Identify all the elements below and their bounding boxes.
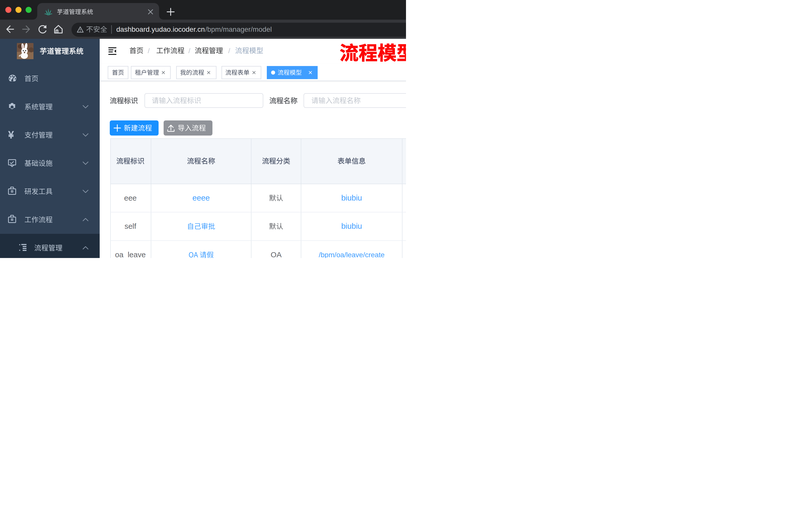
svg-text:/bpm/oa/leave/create: /bpm/oa/leave/create xyxy=(319,251,385,258)
svg-text:dashboard.yudao.iocoder.cn: dashboard.yudao.iocoder.cn xyxy=(116,25,205,33)
svg-text:/: / xyxy=(148,47,150,55)
svg-text:eee: eee xyxy=(124,194,137,202)
svg-text:biubiu: biubiu xyxy=(341,193,362,202)
svg-text:self: self xyxy=(124,222,137,230)
svg-text:/: / xyxy=(188,47,190,55)
svg-text:/bpm/manager/model: /bpm/manager/model xyxy=(205,25,272,33)
svg-text:biubiu: biubiu xyxy=(341,222,362,230)
svg-text:oa_leave: oa_leave xyxy=(115,250,146,258)
svg-text:eeee: eeee xyxy=(193,193,210,202)
svg-text:OA: OA xyxy=(270,250,282,258)
svg-text:/: / xyxy=(228,47,230,55)
